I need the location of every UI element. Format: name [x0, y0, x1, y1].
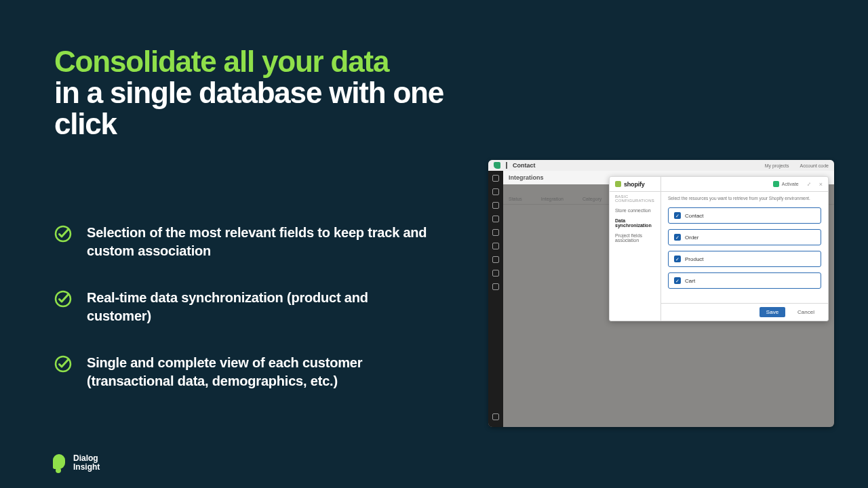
- section-title: Integrations: [509, 174, 544, 181]
- resource-label: Cart: [685, 278, 695, 284]
- col-header: Status: [509, 197, 522, 201]
- modal-instruction: Select the resources you want to retriev…: [668, 196, 821, 201]
- nav-icon[interactable]: [492, 175, 499, 182]
- checkbox-icon[interactable]: ✓: [674, 277, 681, 284]
- nav-icon[interactable]: [492, 413, 499, 420]
- save-button[interactable]: Save: [760, 307, 785, 317]
- nav-icon[interactable]: [492, 283, 499, 290]
- nav-icon[interactable]: [492, 188, 499, 195]
- list-item: Real-time data synchronization (product …: [54, 289, 434, 325]
- bullet-text: Single and complete view of each custome…: [87, 354, 434, 390]
- app-screenshot: Contact My projects Account code Integra…: [488, 160, 834, 427]
- checkbox-icon[interactable]: ✓: [674, 256, 681, 262]
- page-title: Contact: [513, 162, 536, 169]
- modal-footer: Save Cancel: [661, 303, 828, 321]
- nav-icon[interactable]: [492, 202, 499, 209]
- list-item: Selection of the most relevant fields to…: [54, 224, 434, 260]
- col-header: Category: [583, 197, 601, 201]
- bullet-text: Selection of the most relevant fields to…: [87, 224, 434, 260]
- headline-accent: Consolidate all your data: [54, 46, 461, 77]
- check-icon: [54, 225, 72, 243]
- headline: Consolidate all your data in a single da…: [54, 46, 461, 140]
- divider: [506, 162, 507, 169]
- sidebar-item-field-association[interactable]: Project fields association: [615, 233, 655, 243]
- nav-icon[interactable]: [492, 270, 499, 277]
- sidebar-item-store-connection[interactable]: Store connection: [615, 208, 655, 213]
- bullet-list: Selection of the most relevant fields to…: [54, 224, 434, 390]
- col-header: Integration: [541, 197, 564, 201]
- checkbox-icon[interactable]: ✓: [674, 212, 681, 219]
- resource-option[interactable]: ✓ Product: [668, 251, 821, 267]
- sidebar-item-data-sync[interactable]: Data synchronization: [615, 218, 655, 228]
- resource-option[interactable]: ✓ Cart: [668, 272, 821, 289]
- sidebar-section-title: BASIC CONFIGURATIONS: [615, 195, 655, 203]
- resource-label: Contact: [685, 213, 704, 219]
- brand-glyph-icon: [494, 162, 500, 169]
- brand-text: Dialog Insight: [73, 454, 100, 471]
- resource-label: Product: [685, 256, 704, 262]
- resource-label: Order: [685, 235, 698, 241]
- topbar-right: My projects Account code: [765, 163, 829, 168]
- nav-icon[interactable]: [492, 229, 499, 236]
- cancel-button[interactable]: Cancel: [791, 307, 821, 317]
- bullet-text: Real-time data synchronization (product …: [87, 289, 434, 325]
- list-item: Single and complete view of each custome…: [54, 354, 434, 390]
- topbar-link[interactable]: Account code: [800, 163, 829, 168]
- brand-glyph-icon: [53, 454, 68, 472]
- nav-icon[interactable]: [492, 256, 499, 263]
- resource-option[interactable]: ✓ Order: [668, 229, 821, 245]
- resource-option[interactable]: ✓ Contact: [668, 207, 821, 224]
- app-topbar: Contact My projects Account code: [488, 160, 834, 171]
- nav-icon[interactable]: [492, 243, 499, 249]
- check-icon: [54, 355, 72, 373]
- modal-main: Select the resources you want to retriev…: [661, 177, 828, 321]
- app-leftnav: [488, 171, 503, 427]
- shopify-icon: [615, 181, 621, 187]
- brand-sub: Insight: [73, 462, 100, 472]
- headline-rest: in a single database with one click: [54, 77, 461, 140]
- check-icon: [54, 290, 72, 308]
- modal-sidebar: BASIC CONFIGURATIONS Store connection Da…: [610, 177, 661, 321]
- nav-icon[interactable]: [492, 216, 499, 222]
- modal-title: shopify: [624, 181, 645, 188]
- brand-logo: Dialog Insight: [53, 454, 100, 472]
- integration-modal: shopify Activate ⤢ × BASIC CONFIGURATION…: [609, 176, 829, 321]
- topbar-link[interactable]: My projects: [765, 163, 789, 168]
- checkbox-icon[interactable]: ✓: [674, 234, 681, 241]
